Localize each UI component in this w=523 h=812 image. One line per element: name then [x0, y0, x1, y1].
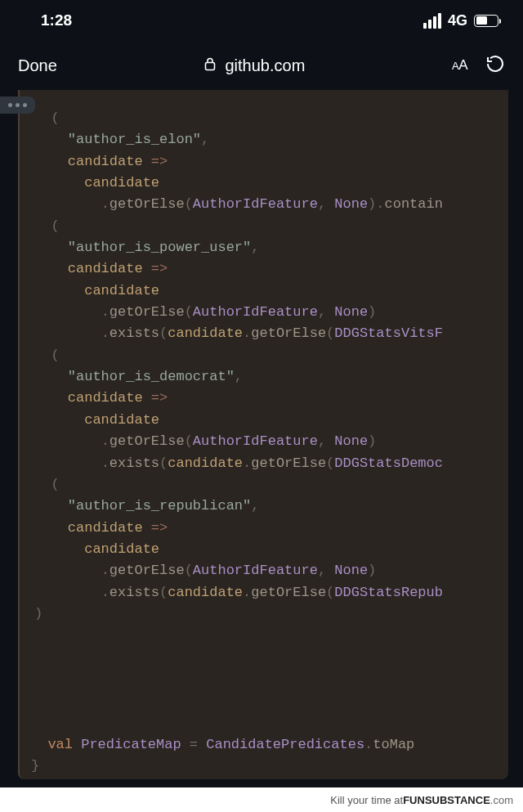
lock-icon	[203, 56, 217, 75]
text-size-control[interactable]: AA	[452, 57, 467, 74]
cellular-signal-icon	[423, 13, 441, 29]
status-right-cluster: 4G	[423, 12, 498, 29]
ios-status-bar: 1:28 4G	[0, 0, 523, 41]
svg-rect-0	[206, 62, 215, 70]
code-content: ( "author_is_elon", candidate => candida…	[34, 110, 443, 621]
footer-brand: FUNSUBSTANCE.com	[403, 794, 513, 806]
more-menu-button[interactable]	[0, 96, 35, 114]
browser-toolbar: Done github.com AA	[0, 41, 523, 90]
domain-text: github.com	[225, 56, 305, 75]
done-button[interactable]: Done	[18, 56, 57, 75]
code-block[interactable]: ( "author_is_elon", candidate => candida…	[18, 90, 508, 779]
source-footer: Kill your time at FUNSUBSTANCE.com	[0, 787, 523, 812]
code-tail: val PredicateMap = CandidatePredicates.t…	[31, 734, 508, 778]
code-tail-content: val PredicateMap = CandidatePredicates.t…	[31, 737, 414, 774]
battery-level	[476, 16, 488, 25]
status-time: 1:28	[41, 11, 72, 29]
battery-icon	[474, 15, 498, 27]
refresh-button[interactable]	[485, 54, 505, 78]
footer-lead: Kill your time at	[330, 794, 403, 806]
network-label: 4G	[448, 12, 467, 29]
address-domain[interactable]: github.com	[203, 56, 305, 75]
